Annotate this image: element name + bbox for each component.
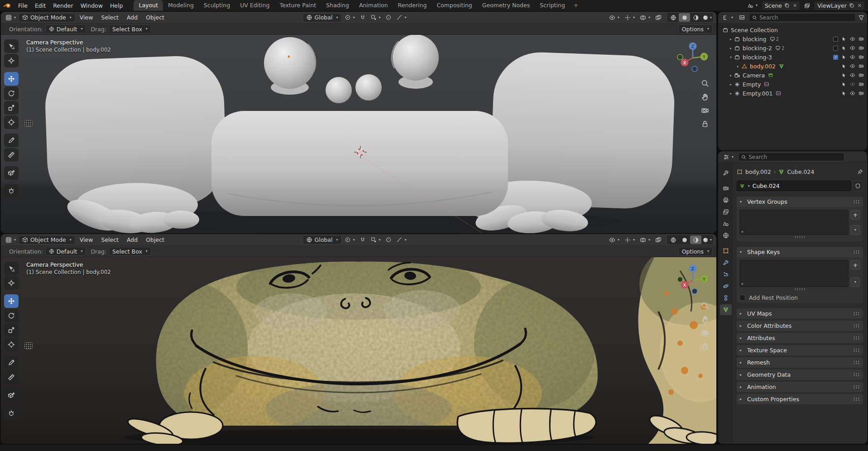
workspace-tab-compositing[interactable]: Compositing	[432, 0, 477, 11]
mesh-name-field[interactable]: ▾	[737, 181, 851, 191]
add-shape-key-button[interactable]: +	[850, 260, 860, 270]
menu-edit[interactable]: Edit	[31, 1, 49, 10]
operator-panel-collapsed-icon[interactable]	[24, 342, 33, 349]
tool-extra[interactable]	[4, 407, 19, 420]
proportional-editing-toggle[interactable]	[384, 235, 393, 245]
shading-solid-button[interactable]	[679, 235, 690, 244]
new-scene-icon[interactable]	[784, 3, 790, 8]
options-dropdown[interactable]: Options▾	[678, 247, 713, 256]
panel-grip-icon[interactable]	[853, 397, 860, 401]
camera-view-icon[interactable]	[701, 106, 709, 115]
shading-solid-button[interactable]	[679, 13, 690, 22]
hide-eye-icon[interactable]	[850, 91, 855, 96]
proportional-editing-toggle[interactable]	[384, 13, 393, 22]
transform-orientation-dropdown[interactable]: Global▾	[303, 235, 342, 245]
tool-rotate[interactable]	[4, 86, 19, 100]
navigation-gizmo[interactable]: Z Y X	[676, 41, 710, 75]
properties-search[interactable]	[738, 153, 844, 161]
show-overlays-dropdown[interactable]: ▾	[638, 235, 652, 245]
options-dropdown[interactable]: Options▾	[678, 24, 713, 34]
panel-grip-icon[interactable]	[853, 200, 860, 204]
drag-setting-dropdown[interactable]: Select Box▾	[109, 24, 151, 34]
breadcrumb-data[interactable]: Cube.024	[787, 168, 814, 175]
shading-rendered-button[interactable]: ▾	[701, 13, 713, 22]
3d-viewport-canvas[interactable]: Camera Perspective (1) Scene Collection …	[1, 257, 716, 444]
properties-tab-physics[interactable]	[720, 281, 732, 292]
unlink-scene-icon[interactable]: ✕	[793, 3, 797, 9]
tool-cursor[interactable]	[4, 276, 19, 290]
menu-help[interactable]: Help	[106, 1, 127, 10]
proportional-falloff-dropdown[interactable]: ▾	[394, 235, 408, 245]
editor-type-button[interactable]: ▾	[721, 153, 735, 162]
fake-user-shield-button[interactable]	[853, 181, 863, 191]
tool-annotate[interactable]	[4, 356, 19, 369]
properties-tab-constraints[interactable]	[720, 293, 732, 303]
list-resize-grip[interactable]	[739, 287, 860, 292]
panel-attributes[interactable]: ▸ Attributes	[737, 333, 863, 343]
panel-geometry-data[interactable]: ▸ Geometry Data	[737, 369, 863, 380]
snap-settings-dropdown[interactable]: ▾	[369, 235, 382, 245]
workspace-tab-modeling[interactable]: Modeling	[163, 0, 199, 11]
outliner-row-empty-001[interactable]: ▸ Empty.001	[718, 89, 867, 98]
snap-settings-dropdown[interactable]: ▾	[369, 13, 382, 22]
outliner-row-scene-collection[interactable]: Scene Collection	[718, 25, 867, 34]
list-resize-grip[interactable]	[739, 235, 860, 240]
properties-search-input[interactable]	[748, 154, 841, 160]
properties-tab-object-data[interactable]	[720, 304, 732, 315]
collapse-icon[interactable]: ▾	[728, 55, 734, 59]
filter-icon[interactable]	[858, 14, 864, 21]
tool-move[interactable]	[4, 72, 19, 86]
toggle-xray-button[interactable]	[653, 235, 663, 245]
tool-extra[interactable]	[4, 184, 19, 198]
tool-move[interactable]	[4, 294, 19, 308]
render-camera-icon[interactable]	[858, 54, 864, 60]
breadcrumb-object[interactable]: body.002	[745, 168, 771, 175]
selectable-icon[interactable]	[841, 45, 847, 51]
zoom-icon[interactable]	[701, 302, 709, 310]
browse-data-icon[interactable]: ▾	[748, 184, 750, 188]
operator-panel-collapsed-icon[interactable]	[24, 120, 33, 127]
pivot-point-dropdown[interactable]: ▾	[343, 13, 356, 22]
add-vertex-group-button[interactable]: +	[850, 210, 860, 220]
hide-eye-icon[interactable]	[850, 63, 855, 69]
hide-eye-icon[interactable]	[850, 82, 855, 87]
blender-logo-icon[interactable]	[4, 2, 12, 9]
orientation-setting-dropdown[interactable]: Default▾	[45, 24, 86, 34]
outliner-row-blocking-3[interactable]: ▾ blocking-3 ✓	[718, 53, 867, 62]
tool-select-box[interactable]	[4, 39, 19, 53]
menu-file[interactable]: File	[14, 1, 31, 10]
remove-view-layer-icon[interactable]: ✕	[858, 3, 862, 9]
expand-icon[interactable]: ▸	[728, 73, 734, 77]
workspace-tab-animation[interactable]: Animation	[354, 0, 393, 11]
hide-eye-icon[interactable]	[850, 72, 855, 78]
workspace-tab-geometry-nodes[interactable]: Geometry Nodes	[477, 0, 535, 11]
menu-window[interactable]: Window	[77, 1, 106, 10]
pan-hand-icon[interactable]	[701, 315, 709, 323]
tool-measure[interactable]	[4, 148, 19, 162]
render-camera-icon[interactable]	[858, 36, 864, 42]
new-view-layer-icon[interactable]	[849, 3, 854, 8]
proportional-falloff-dropdown[interactable]: ▾	[394, 13, 408, 22]
drag-setting-dropdown[interactable]: Select Box▾	[109, 247, 151, 256]
tool-select-box[interactable]	[4, 262, 19, 275]
panel-vertex-groups-header[interactable]: ▾ Vertex Groups	[737, 197, 863, 207]
panel-grip-icon[interactable]	[853, 324, 860, 328]
object-type-visibility-dropdown[interactable]: ▾	[607, 235, 621, 245]
panel-color-attributes[interactable]: ▸ Color Attributes	[737, 321, 863, 331]
panel-remesh[interactable]: ▸ Remesh	[737, 357, 863, 368]
3d-viewport-canvas[interactable]: Camera Perspective (1) Scene Collection …	[1, 35, 716, 233]
outliner-row-blocking-2[interactable]: ▸ blocking-2 2	[718, 43, 867, 53]
properties-tab-material[interactable]	[720, 316, 732, 327]
mode-dropdown[interactable]: Object Mode▾	[19, 13, 75, 22]
render-camera-icon[interactable]	[858, 82, 864, 87]
scene-selector[interactable]: Scene ✕	[762, 1, 800, 10]
properties-tab-render[interactable]	[720, 183, 732, 194]
pivot-point-dropdown[interactable]: ▾	[343, 235, 356, 245]
shape-key-specials-button[interactable]: ▾	[850, 277, 860, 287]
render-camera-icon[interactable]	[858, 45, 864, 51]
menu-object[interactable]: Object	[142, 235, 168, 244]
tool-annotate[interactable]	[4, 134, 19, 147]
panel-custom-properties[interactable]: ▸ Custom Properties	[737, 394, 863, 404]
properties-tab-modifiers[interactable]	[720, 257, 732, 268]
expand-icon[interactable]: ▸	[728, 91, 734, 96]
